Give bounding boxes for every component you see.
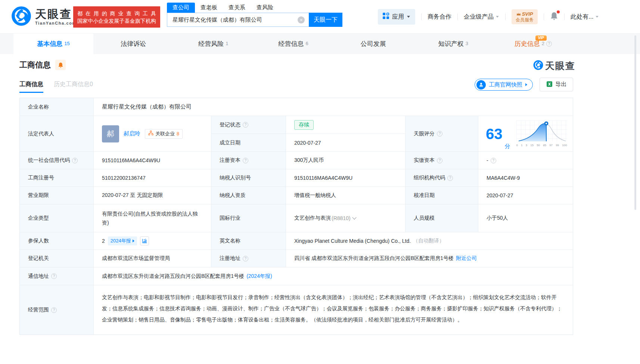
credit-code-value: 91510116MA6A4C4W9U: [94, 152, 211, 169]
tab-operation-info[interactable]: 经营信息 6: [253, 34, 333, 54]
help-icon[interactable]: [243, 122, 248, 128]
user-menu[interactable]: 此处有...: [571, 13, 599, 21]
credit-code-label: 统一社会信用代码: [28, 157, 70, 164]
help-icon[interactable]: [437, 131, 442, 136]
legal-rep-name-link[interactable]: 郝启玲: [124, 130, 140, 137]
paid-capital-value-cell: -: [478, 152, 573, 169]
vip-badge: VIP: [535, 35, 547, 41]
search-tab-boss[interactable]: 查老板: [195, 3, 223, 13]
divider: [544, 13, 544, 20]
search-button[interactable]: 天眼一下: [309, 13, 342, 27]
business-term-value: 2020-07-27 至 无固定期限: [94, 187, 211, 204]
help-icon[interactable]: [51, 273, 57, 279]
subtab-history-business-info[interactable]: 历史工商信息0: [54, 81, 93, 93]
user-menu-label: 此处有...: [571, 13, 593, 21]
notification-dot: [557, 10, 560, 13]
reg-status-cell: 登记状态: [211, 116, 286, 134]
nearby-companies-link[interactable]: 附近公司: [456, 255, 477, 262]
industry-value-cell: 文艺创作与表演 (R8810): [286, 204, 406, 232]
apps-menu[interactable]: 应用: [378, 9, 415, 25]
svip-member-button[interactable]: SVIP 会员服务: [512, 9, 538, 24]
tab-count: 3: [466, 41, 468, 46]
help-icon[interactable]: [51, 307, 57, 313]
paid-capital-value: -: [487, 157, 488, 163]
tab-operation-risk[interactable]: 经营风险 1: [173, 34, 253, 54]
search-tab-risk[interactable]: 查风险: [251, 3, 279, 13]
watermark-logo: 天眼查: [533, 60, 575, 72]
english-name-label: 英文名称: [211, 232, 286, 250]
arrow-right-icon: [525, 83, 527, 86]
annual-report-link[interactable]: (2024年报): [246, 273, 272, 280]
table-row: 企业类型 有限责任公司(自然人投资或控股的法人独资) 国标行业 文艺创作与表演 …: [20, 204, 573, 232]
search-tab-company[interactable]: 查公司: [167, 3, 195, 13]
tab-basic-info[interactable]: 基本信息 15: [13, 34, 93, 54]
related-companies-badge[interactable]: 关联企业 8: [145, 129, 183, 139]
table-row: 营业期限 2020-07-27 至 无固定期限 纳税人资质 增值税一般纳税人 核…: [20, 187, 573, 204]
help-icon[interactable]: [491, 158, 496, 163]
notification-bell-icon[interactable]: [550, 12, 558, 22]
annual-report-badge[interactable]: 2024年报: [108, 236, 137, 245]
clear-search-icon[interactable]: ×: [298, 16, 305, 23]
reg-authority-value: 成都市双流区市场监督管理局: [94, 250, 211, 267]
svip-label: SVIP: [522, 11, 533, 17]
table-row: 企业名称 星耀行星文化传媒（成都）有限公司: [20, 98, 573, 116]
english-name-cell: Xingyao Planet Culture Media (Chengdu) C…: [286, 232, 573, 250]
help-icon[interactable]: [72, 158, 78, 163]
related-companies-count: 8: [177, 131, 179, 136]
taxpayer-quality-label: 纳税人资质: [211, 187, 286, 204]
reg-address-label: 注册地址: [220, 255, 240, 262]
export-button[interactable]: 导出: [540, 78, 573, 91]
export-label: 导出: [556, 81, 567, 88]
tab-intellectual-property[interactable]: 知识产权 3: [413, 34, 493, 54]
approval-date-value: 2020-07-27: [478, 187, 573, 204]
subtab-business-info[interactable]: 工商信息: [19, 81, 43, 93]
promo-line-1: 都在用的商业查询工具: [77, 10, 156, 17]
divider: [564, 13, 565, 20]
chevron-down-icon[interactable]: [352, 215, 356, 219]
reg-capital-value: 300万人民币: [286, 152, 406, 169]
help-icon[interactable]: [243, 256, 248, 261]
scope-value: 文艺创作与表演；电影和影视节目制作；电影和影视节目发行；录音制作；经营性演出（含…: [94, 285, 573, 335]
help-icon[interactable]: [437, 158, 442, 163]
search-tab-relation[interactable]: 查关系: [223, 3, 251, 13]
status-badge: 存续: [294, 120, 314, 130]
monitor-bell-icon[interactable]: [55, 60, 66, 70]
score-label-cell: 天眼评分: [406, 116, 478, 151]
company-name-value: 星耀行星文化传媒（成都）有限公司: [94, 98, 573, 116]
insured-count: 2: [102, 238, 105, 244]
search-input[interactable]: [167, 13, 309, 27]
insured-value-cell: 2 2024年报: [94, 232, 211, 250]
nav-cooperation[interactable]: 商务合作: [428, 13, 451, 21]
org-code-label-cell: 组织机构代码: [406, 169, 478, 186]
score-axis-labels: 0131550859799100: [516, 144, 567, 147]
tab-history-info[interactable]: VIP 历史信息 2: [493, 34, 573, 54]
scrollbar[interactable]: [634, 35, 636, 210]
tab-count: 2: [542, 41, 544, 46]
company-name-label: 企业名称: [20, 98, 94, 116]
help-icon[interactable]: [243, 158, 248, 163]
help-icon[interactable]: [447, 175, 453, 181]
legal-rep-label: 法定代表人: [20, 116, 94, 151]
reg-authority-label: 登记机关: [20, 250, 94, 267]
nav-enterprise-label: 企业级产品: [464, 13, 494, 21]
tab-label: 公司发展: [361, 40, 386, 48]
table-row: 参保人数 2 2024年报 英文名称 Xingyao Planet Cultur: [20, 232, 573, 250]
nav-enterprise[interactable]: 企业级产品: [464, 13, 499, 21]
business-term-label: 营业期限: [20, 187, 94, 204]
industry-value: 文艺创作与表演: [294, 215, 331, 222]
brand-name: 天眼查: [35, 9, 77, 20]
apps-caret-icon: [407, 16, 410, 18]
help-icon[interactable]: [546, 41, 552, 47]
tianyancha-logo[interactable]: 天眼查 TianYanCha.com: [11, 6, 77, 28]
svip-sublabel: 会员服务: [516, 17, 534, 22]
tab-label: 经营风险: [198, 40, 224, 48]
tab-legal[interactable]: 法律诉讼: [93, 34, 173, 54]
paid-capital-label: 实缴资本: [414, 157, 435, 164]
table-row: 统一社会信用代码 91510116MA6A4C4W9U 注册资本 300万人民币…: [20, 152, 573, 169]
table-row: 登记机关 成都市双流区市场监督管理局 注册地址 四川省 成都市双流区东升街道金河…: [20, 250, 573, 267]
official-snapshot-button[interactable]: 工商官网快照: [475, 79, 533, 91]
legal-rep-avatar[interactable]: 郝: [102, 125, 119, 142]
tab-company-development[interactable]: 公司发展: [333, 34, 413, 54]
insured-trend-button[interactable]: [140, 236, 149, 245]
annual-report-label: 2024年报: [111, 238, 131, 244]
